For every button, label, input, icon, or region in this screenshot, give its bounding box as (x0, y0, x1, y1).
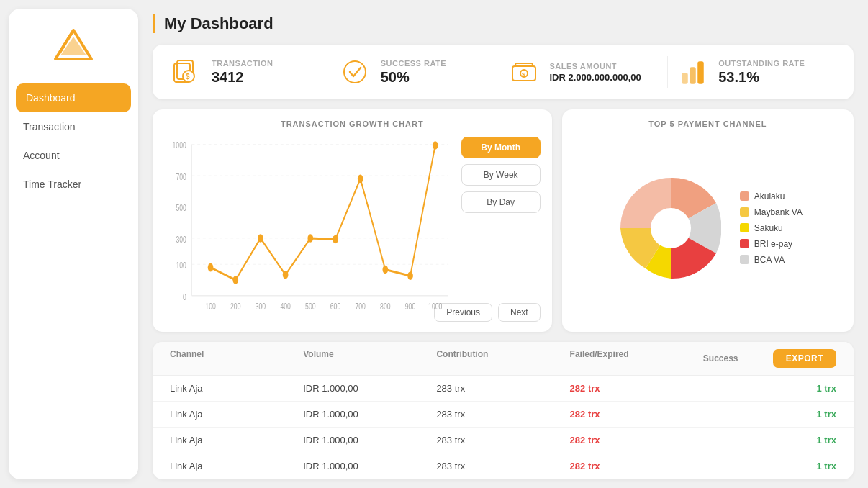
col-volume: Volume (303, 349, 436, 368)
chart-area: 1000 700 500 300 100 0 100 200 300 400 5… (164, 134, 456, 322)
transaction-growth-panel: TRANSACTION GROWTH CHART 1000 70 (153, 109, 552, 332)
svg-rect-9 (515, 63, 533, 66)
cell-failed-4: 282 trx (570, 461, 703, 471)
svg-text:$: $ (186, 73, 190, 81)
sidebar-item-account[interactable]: Account (9, 141, 138, 170)
sidebar-item-transaction[interactable]: Transaction (9, 112, 138, 141)
sidebar-item-dashboard[interactable]: Dashboard (16, 83, 131, 112)
by-week-button[interactable]: By Week (461, 164, 541, 186)
transaction-label: TRANSACTION (212, 59, 273, 68)
svg-text:500: 500 (176, 203, 186, 213)
cell-volume-4: IDR 1.000,00 (303, 461, 436, 471)
sidebar-item-time-tracker[interactable]: Time Tracker (9, 170, 138, 199)
growth-chart-title: TRANSACTION GROWTH CHART (164, 119, 541, 128)
legend-dot-sakuku (740, 223, 749, 232)
col-success: Success EXPORT (703, 349, 836, 368)
channel-table: Channel Volume Contribution Failed/Expir… (153, 342, 854, 479)
sales-icon: $ (508, 56, 540, 88)
cell-contribution-2: 283 trx (436, 409, 569, 420)
cell-failed-3: 282 trx (570, 435, 703, 446)
outstanding-value: 53.1% (718, 69, 805, 86)
legend-label-sakuku: Sakuku (754, 223, 783, 233)
cell-success-1: 1 trx (703, 383, 836, 394)
svg-point-47 (433, 141, 438, 150)
svg-rect-13 (690, 68, 695, 83)
svg-text:1000: 1000 (173, 140, 186, 150)
svg-point-43 (333, 235, 338, 244)
transaction-icon: $ (170, 56, 202, 88)
legend-sakuku: Sakuku (740, 223, 803, 233)
svg-text:900: 900 (405, 301, 415, 311)
pie-chart-panel: TOP 5 PAYMENT CHANNEL (562, 109, 854, 332)
stat-success-rate: SUCCESS RATE 50% (339, 56, 499, 88)
svg-point-38 (208, 263, 214, 272)
success-icon (339, 56, 371, 88)
by-month-button[interactable]: By Month (461, 137, 541, 158)
cell-channel-1: Link Aja (170, 383, 303, 394)
legend-akulaku: Akulaku (740, 191, 803, 202)
main-content: My Dashboard $ TRANSACTION 3412 (138, 0, 868, 488)
stat-transaction: $ TRANSACTION 3412 (170, 56, 330, 88)
legend-dot-akulaku (740, 191, 749, 201)
export-button[interactable]: EXPORT (773, 349, 836, 368)
pie-body: Akulaku Maybank VA Sakuku BRI e-pay (574, 134, 842, 322)
legend-label-bca: BCA VA (754, 255, 785, 265)
page-title: My Dashboard (153, 14, 854, 33)
cell-volume-3: IDR 1.000,00 (303, 435, 436, 446)
svg-point-48 (651, 208, 691, 248)
table-row: Link Aja IDR 1.000,00 283 trx 282 trx 1 … (153, 428, 854, 453)
cell-channel-2: Link Aja (170, 409, 303, 420)
logo (48, 23, 99, 66)
stat-sales: $ SALES AMOUNT IDR 2.000.000.000,00 (508, 56, 669, 88)
svg-text:1000: 1000 (428, 301, 442, 311)
cell-channel-3: Link Aja (170, 435, 303, 446)
cell-volume-2: IDR 1.000,00 (303, 409, 436, 420)
svg-text:100: 100 (176, 260, 186, 270)
by-day-button[interactable]: By Day (461, 191, 541, 213)
sidebar-nav: Dashboard Transaction Account Time Track… (9, 83, 138, 199)
chart-controls: By Month By Week By Day Previous Next (461, 134, 541, 322)
svg-rect-12 (682, 73, 687, 83)
svg-text:200: 200 (230, 301, 240, 311)
legend-label-bri: BRI e-pay (754, 239, 792, 249)
col-channel: Channel (170, 349, 303, 368)
table-row: Link Aja IDR 1.000,00 283 trx 282 trx 1 … (153, 402, 854, 428)
chart-body: 1000 700 500 300 100 0 100 200 300 400 5… (164, 134, 541, 322)
cell-success-4: 1 trx (703, 461, 836, 471)
cell-volume-1: IDR 1.000,00 (303, 383, 436, 394)
pie-chart-title: TOP 5 PAYMENT CHANNEL (574, 119, 842, 128)
svg-point-7 (344, 61, 366, 83)
cell-failed-1: 282 trx (570, 383, 703, 394)
svg-text:0: 0 (183, 292, 186, 302)
legend-dot-bri (740, 239, 749, 248)
table-row: Link Aja IDR 1.000,00 283 trx 282 trx 1 … (153, 376, 854, 402)
svg-point-41 (283, 271, 289, 279)
sidebar: Dashboard Transaction Account Time Track… (9, 9, 138, 479)
outstanding-icon (677, 56, 708, 88)
legend-bri: BRI e-pay (740, 239, 803, 249)
svg-rect-14 (698, 62, 703, 83)
stats-row: $ TRANSACTION 3412 SUCCESS RATE 50% (153, 45, 854, 99)
svg-point-46 (407, 271, 413, 280)
col-failed: Failed/Expired (570, 349, 703, 368)
svg-text:600: 600 (330, 301, 340, 311)
success-rate-value: 50% (381, 69, 446, 86)
legend-bca: BCA VA (740, 255, 803, 265)
svg-text:300: 300 (176, 234, 186, 244)
next-button[interactable]: Next (498, 303, 541, 322)
svg-text:700: 700 (355, 301, 365, 311)
cell-contribution-3: 283 trx (436, 435, 569, 446)
cell-channel-4: Link Aja (170, 461, 303, 471)
svg-text:500: 500 (305, 301, 315, 311)
sales-label: SALES AMOUNT (550, 62, 641, 71)
legend-dot-maybank (740, 207, 749, 217)
stat-outstanding: OUTSTANDING RATE 53.1% (677, 56, 836, 88)
transaction-value: 3412 (212, 69, 273, 86)
chart-nav: Previous Next (461, 303, 541, 322)
svg-point-45 (383, 266, 389, 274)
legend-dot-bca (740, 255, 749, 264)
legend-label-maybank: Maybank VA (754, 207, 803, 217)
svg-text:400: 400 (280, 301, 290, 311)
cell-success-3: 1 trx (703, 435, 836, 446)
svg-text:100: 100 (205, 301, 215, 311)
